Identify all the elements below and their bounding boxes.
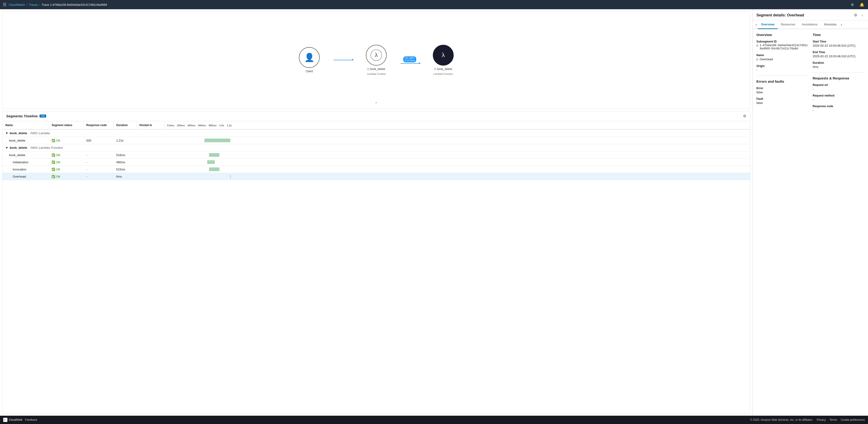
name-value: ⎘ Overhead — [756, 58, 808, 61]
group-type-2: AWS::Lambda::Function — [30, 146, 63, 150]
table-row[interactable]: Initialization ✅ OK - 490ms — [3, 159, 750, 166]
ok-icon: ✅ — [52, 168, 55, 171]
col-header-name: Name — [3, 121, 49, 129]
tab-resources[interactable]: Resources — [778, 20, 799, 29]
cloudwatch-link[interactable]: CloudWatch — [9, 3, 25, 6]
feedback-link[interactable]: Feedback — [25, 418, 37, 421]
notifications-icon[interactable]: 🔔 — [859, 1, 865, 8]
cloudshell-button[interactable]: >_ CloudShell — [3, 418, 22, 422]
privacy-link[interactable]: Privacy — [817, 418, 826, 421]
menu-icon[interactable]: ☰ — [3, 2, 6, 7]
copyright-text: © 2025, Amazon Web Services, Inc. or its… — [750, 418, 813, 421]
lambda-function-node: λ book_delete Lambda Function — [433, 45, 454, 75]
row-response: - — [83, 152, 114, 159]
left-panel: 👤 Client λ — [0, 9, 752, 416]
requests-section-title: Requests & Response — [813, 76, 865, 80]
group-row-1[interactable]: ▼ book_delete AWS::Lambda — [3, 129, 750, 137]
ok-icon: ✅ — [52, 175, 55, 178]
ok-icon: ✅ — [52, 161, 55, 164]
col-header-hosted: Hosted in — [136, 121, 164, 129]
traces-link[interactable]: Traces — [29, 3, 38, 6]
tab-overview[interactable]: Overview — [758, 20, 778, 29]
tab-prev-btn[interactable]: ‹ — [754, 21, 758, 28]
row-status: ✅ OK — [49, 166, 83, 173]
arrow-line-2 — [401, 63, 419, 64]
error-label: Error — [756, 87, 808, 90]
scale-0: 0.0ms — [167, 124, 175, 127]
duration-label: Duration — [813, 61, 865, 64]
main-content: 👤 Client λ — [0, 9, 868, 416]
row-duration: 0ms — [114, 173, 136, 180]
subsegment-id-label: Subsegment ID — [756, 40, 808, 43]
panel-settings-btn[interactable]: ⚙ — [852, 12, 859, 18]
segments-gear-icon[interactable]: ⚙ — [743, 114, 746, 118]
lambda-context-circle[interactable]: λ — [366, 45, 386, 66]
overview-columns: Overview Subsegment ID ⎘ 1-67b9a100-6e64… — [756, 33, 864, 115]
row-name: book_delete — [3, 137, 49, 144]
cloudshell-label: CloudShell — [9, 418, 22, 421]
row-response: - — [83, 173, 114, 180]
client-circle[interactable]: 👤 — [299, 47, 320, 68]
request-method-label: Request method — [813, 94, 865, 97]
row-duration: 1.21s — [114, 137, 136, 144]
row-timeline — [164, 152, 750, 159]
row-timeline — [164, 159, 750, 166]
panel-close-btn[interactable]: › — [860, 13, 864, 18]
collapse-handle[interactable]: ⁼ — [375, 101, 377, 106]
time-section-title: Time — [813, 33, 865, 37]
row-status: ✅ OK — [49, 137, 83, 144]
person-icon: 👤 — [304, 53, 315, 62]
subsegment-id-field: Subsegment ID ⎘ 1-67b9a100-6e64e5de43141… — [756, 40, 808, 50]
arrow-1 — [334, 60, 352, 60]
errors-section-title: Errors and faults — [756, 79, 808, 84]
arrow-2: OK 100% 0.20 t/min — [401, 56, 419, 64]
table-row[interactable]: book_delete ✅ OK 200 1.21s — [3, 137, 750, 144]
row-duration: 516ms — [114, 152, 136, 159]
row-duration: 515ms — [114, 166, 136, 173]
row-hosted — [136, 152, 164, 159]
copy-name-icon[interactable]: ⎘ — [756, 58, 758, 61]
terms-link[interactable]: Terms — [830, 418, 837, 421]
breadcrumb: CloudWatch › Traces › Trace 1-67b9a100-6… — [9, 3, 107, 6]
response-code-field: Response code - — [813, 105, 865, 112]
row-name: Initialization — [3, 159, 49, 166]
tab-annotations[interactable]: Annotations — [799, 20, 821, 29]
lambda-function-name: book_delete — [437, 67, 452, 71]
collapse-icon: ⁼ — [375, 101, 377, 106]
row-name: Invocation — [3, 166, 49, 173]
lambda-context-name: book_delete — [370, 67, 385, 71]
start-time-value: 2025-02-22 10:03:46.010 (UTC) — [813, 44, 865, 47]
row-response: - — [83, 159, 114, 166]
request-url-value: - — [813, 87, 865, 91]
table-row[interactable]: Invocation ✅ OK - 515ms — [3, 166, 750, 173]
overhead-row[interactable]: Overhead ✅ OK - 0ms — [3, 173, 750, 180]
service-map: 👤 Client λ — [2, 11, 750, 108]
overview-right-col: Time Start Time 2025-02-22 10:03:46.010 … — [813, 33, 865, 115]
group-name-1: book_delete — [10, 131, 27, 135]
timeline-table: Name Segment status Response code Durati… — [3, 121, 750, 180]
row-response: - — [83, 166, 114, 173]
cloudshell-icon-text: >_ — [4, 419, 6, 421]
row-status: ✅ OK — [49, 152, 83, 159]
info-badge[interactable]: Info — [39, 115, 46, 118]
tab-metadata[interactable]: Metadata — [821, 20, 840, 29]
copy-subsegment-icon[interactable]: ⎘ — [756, 44, 758, 47]
origin-field: Origin - — [756, 64, 808, 72]
request-url-label: Request url — [813, 84, 865, 87]
lambda-function-circle[interactable]: λ — [433, 45, 454, 66]
row-timeline — [164, 166, 750, 173]
svg-text:λ: λ — [442, 52, 445, 58]
duration-field: Duration 0ms — [813, 61, 865, 69]
tab-next-btn[interactable]: › — [840, 21, 843, 28]
cookie-link[interactable]: Cookie preferences — [841, 418, 865, 421]
top-navigation: ☰ CloudWatch › Traces › Trace 1-67b9a100… — [0, 0, 868, 9]
group-row-2[interactable]: ▼ book_delete AWS::Lambda::Function — [3, 144, 750, 152]
cloudshell-icon: >_ — [3, 418, 7, 422]
detail-body: Overview Subsegment ID ⎘ 1-67b9a100-6e64… — [753, 29, 868, 416]
origin-label: Origin — [756, 64, 808, 68]
end-time-label: End Time — [813, 51, 865, 54]
ok-badge: OK 100% 0.20 t/min — [403, 56, 416, 62]
table-row[interactable]: book_delete ✅ OK - 516ms — [3, 152, 750, 159]
settings-icon[interactable]: ⚙ — [849, 1, 856, 8]
breadcrumb-separator-2: › — [39, 3, 40, 6]
